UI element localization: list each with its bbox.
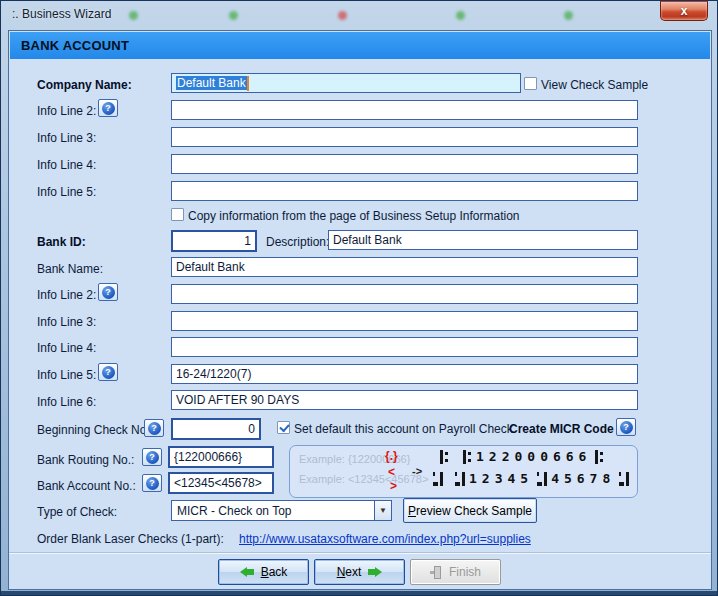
micr-routing-line: 122000666 [440,450,604,464]
help-button[interactable]: ? [142,474,162,492]
example-account-text: Example: <12345<45678> [299,473,428,485]
company-info5-label: Info Line 5: [37,185,96,199]
type-of-check-label: Type of Check: [37,505,117,519]
brace-symbol: {.} [385,449,398,463]
back-button-label: Back [261,565,288,579]
beginning-check-label: Beginning Check No.: [37,423,153,437]
micr-onus-icon [433,472,443,486]
help-button[interactable]: ? [144,419,164,437]
maps-to-arrow: -> [412,465,422,477]
background-app-blur-dot [456,11,465,20]
copy-info-checkbox[interactable] [171,208,184,221]
background-app-blur [351,10,435,22]
bank-id-label: Bank ID: [37,235,86,249]
preview-check-sample-button[interactable]: Preview Check Sample [403,498,537,523]
next-button-label: Next [337,565,362,579]
type-of-check-dropdown[interactable]: MICR - Check on Top ▼ [171,500,392,521]
help-icon: ? [620,421,633,434]
arrow-right-icon [368,567,382,577]
business-wizard-window: :. Business Wizard x BANK ACCOUNT Compan… [0,0,718,596]
dropdown-value: MICR - Check on Top [172,501,374,520]
micr-onus-icon [455,472,465,486]
greater-than-symbol: > [390,479,397,493]
copy-info-label: Copy information from the page of Busine… [188,209,520,223]
micr-transit-icon [440,450,449,464]
less-than-symbol: < [388,465,395,479]
help-button[interactable]: ? [98,363,118,381]
footer-separator [9,552,711,554]
company-name-label: Company Name: [37,78,132,92]
help-button[interactable]: ? [616,418,636,436]
help-icon: ? [146,477,159,490]
bank-info6-label: Info Line 6: [37,395,96,409]
bank-name-label: Bank Name: [37,262,103,276]
preview-button-label: Preview Check Sample [408,504,532,518]
bank-account-input[interactable]: <12345<45678> [168,472,274,494]
background-app-blur-dot [564,11,573,20]
company-info5-input[interactable] [171,181,638,201]
micr-transit-icon [463,450,472,464]
view-check-sample-checkbox[interactable] [524,77,537,90]
bank-info3-input[interactable] [171,311,638,331]
bank-name-input[interactable]: Default Bank [171,257,638,277]
help-icon: ? [102,366,115,379]
micr-account-digits-1: 12345 [469,472,533,486]
view-check-sample-label: View Check Sample [541,78,648,92]
company-name-input[interactable]: Default Bank [171,73,521,93]
micr-routing-digits: 122000666 [476,450,591,464]
company-info4-input[interactable] [171,154,638,174]
bank-info2-input[interactable] [171,284,638,304]
bank-info4-label: Info Line 4: [37,341,96,355]
chevron-down-icon[interactable]: ▼ [374,501,391,520]
set-default-label: Set default this account on Payroll Chec… [294,422,513,436]
micr-onus-icon [619,472,629,486]
next-button[interactable]: Next [314,559,405,585]
help-button[interactable]: ? [98,99,118,117]
order-checks-link[interactable]: http://www.usataxsoftware.com/index.php?… [239,532,531,546]
background-app-blur-dot [338,11,347,20]
background-app-blur [242,10,316,22]
background-app-blur [469,10,543,22]
bank-info3-label: Info Line 3: [37,315,96,329]
bank-info5-input[interactable]: 16-24/1220(7) [171,364,638,384]
bank-routing-label: Bank Routing No.: [37,453,134,467]
background-app-blur-dot [129,11,138,20]
company-info2-input[interactable] [171,100,638,120]
close-button[interactable]: x [660,1,708,21]
finish-door-icon [430,566,442,579]
beginning-check-input[interactable]: 0 [171,418,261,440]
help-icon: ? [146,451,159,464]
bank-info6-input[interactable]: VOID AFTER 90 DAYS [171,390,638,410]
order-checks-label: Order Blank Laser Checks (1-part): [37,532,224,546]
help-icon: ? [148,422,161,435]
arrow-left-icon [240,567,254,577]
background-app-blur [577,10,615,22]
micr-example-box: Example: {122000666} Example: <12345<456… [289,445,638,498]
micr-onus-icon [537,472,547,486]
set-default-checkbox[interactable] [277,421,290,434]
bank-info4-input[interactable] [171,337,638,357]
window-title: :. Business Wizard [12,7,111,21]
micr-account-line: 12345 45678 [433,472,629,486]
finish-button: Finish [410,559,501,585]
company-info3-label: Info Line 3: [37,131,96,145]
bank-info2-label: Info Line 2: [37,288,96,302]
company-info3-input[interactable] [171,127,638,147]
finish-button-label: Finish [449,565,481,579]
page-title: BANK ACCOUNT [21,38,129,53]
micr-transit-icon [595,450,604,464]
company-info4-label: Info Line 4: [37,158,96,172]
text-caret [247,76,249,91]
help-icon: ? [102,286,115,299]
bank-routing-input[interactable]: {122000666} [168,446,274,468]
micr-account-digits-2: 45678 [551,472,615,486]
bank-id-input[interactable]: 1 [171,230,257,252]
help-button[interactable]: ? [98,283,118,301]
help-icon: ? [102,102,115,115]
company-info2-label: Info Line 2: [37,104,96,118]
back-button[interactable]: Back [218,559,309,585]
help-button[interactable]: ? [142,448,162,466]
description-input[interactable]: Default Bank [328,230,638,250]
bank-account-label: Bank Account No.: [37,479,136,493]
background-app-blur [142,10,210,22]
